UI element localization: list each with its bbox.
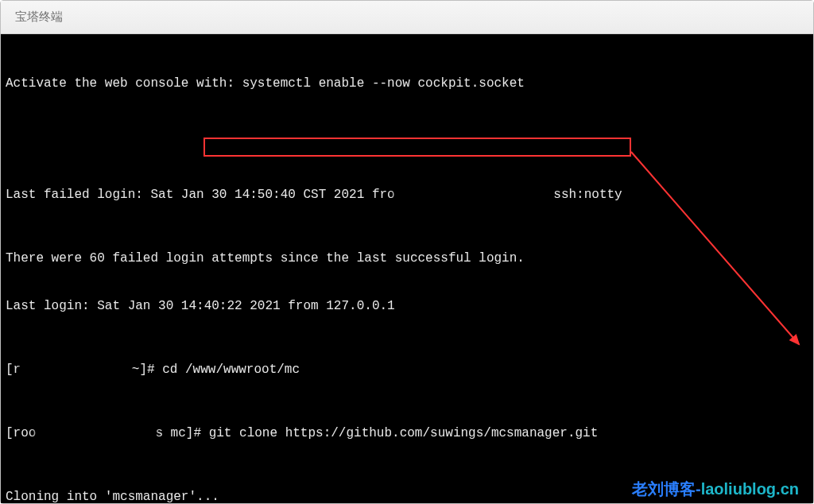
terminal-line: There were 60 failed login attempts sinc… (6, 250, 808, 266)
title-bar[interactable]: 宝塔终端 (1, 1, 813, 34)
window-title: 宝塔终端 (15, 10, 63, 25)
redacted (395, 187, 546, 203)
redacted (21, 362, 124, 378)
terminal-line: Activate the web console with: systemctl… (6, 76, 808, 91)
highlighted-command: git clone https://github.com/suwings/mcs… (209, 426, 599, 440)
text: ssh:notty (546, 188, 622, 202)
text: [roo (6, 426, 36, 440)
redacted (36, 425, 155, 441)
terminal[interactable]: Activate the web console with: systemctl… (1, 34, 813, 503)
window-frame: 宝塔终端 Activate the web console with: syst… (0, 0, 814, 504)
terminal-line: [r ~]# cd /www/wwwroot/mc (6, 362, 808, 378)
text: [r (6, 362, 21, 377)
terminal-line: Last login: Sat Jan 30 14:40:22 2021 fro… (6, 298, 808, 314)
text: s mc]# (155, 426, 208, 440)
svg-line-1 (631, 152, 799, 344)
watermark-brand: 老刘博客 (632, 480, 696, 498)
watermark: 老刘博客-laoliublog.cn (632, 481, 799, 497)
terminal-line: [roos mc]# git clone https://github.com/… (6, 425, 808, 441)
text: Last failed login: Sat Jan 30 14:50:40 C… (6, 188, 395, 202)
watermark-sep: - (696, 480, 701, 498)
text: ~]# cd /www/wwwroot/mc (124, 362, 300, 377)
terminal-blank (6, 123, 808, 139)
watermark-url: laoliublog.cn (701, 480, 799, 498)
terminal-line: Last failed login: Sat Jan 30 14:50:40 C… (6, 187, 808, 203)
annotation-highlight-box (204, 138, 631, 157)
